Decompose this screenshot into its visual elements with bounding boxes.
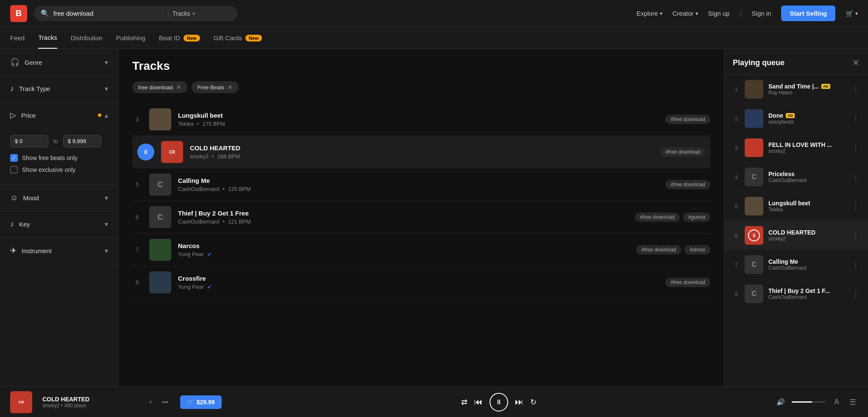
buy-button[interactable]: 🛒 $29.99 (180, 395, 222, 409)
queue-item-more-button[interactable]: ⋮ (852, 114, 860, 123)
cart-icon: 🛒 (846, 10, 854, 17)
show-free-checkbox[interactable]: ✓ (10, 154, 18, 162)
queue-item-thumbnail[interactable] (745, 80, 763, 99)
nav-beat-id[interactable]: Beat ID New (159, 28, 200, 48)
track-tag-shore[interactable]: #shore (684, 245, 710, 254)
queue-item-more-button[interactable]: ⋮ (852, 202, 860, 211)
player-thumbnail: CR (10, 391, 32, 413)
track-thumbnail[interactable]: CR (161, 141, 183, 163)
track-tag[interactable]: #free download (660, 147, 705, 157)
queue-item-thumbnail[interactable]: C (745, 284, 763, 303)
queue-item-number: 1 (733, 86, 740, 93)
queue-item-number: 4 (733, 174, 740, 180)
track-tag[interactable]: #free download (665, 115, 710, 124)
queue-item-more-button[interactable]: ⋮ (852, 289, 860, 298)
shuffle-button[interactable]: ⇄ (461, 398, 467, 407)
queue-close-button[interactable]: ✕ (852, 58, 860, 68)
queue-item-name: COLD HEARTED (768, 229, 847, 236)
pause-button[interactable]: ⏸ (137, 144, 154, 160)
queue-item-thumbnail[interactable]: C (745, 168, 763, 186)
queue-item-thumbnail[interactable] (745, 138, 763, 157)
queue-item-thumbnail[interactable] (745, 197, 763, 215)
price-min-input[interactable] (10, 135, 48, 147)
playing-queue: Playing queue ✕ 1 Sand and Time |... AD … (724, 49, 868, 387)
signin-button[interactable]: Sign in (752, 10, 771, 17)
queue-item-name: Calling Me (768, 258, 847, 265)
track-meta: CashOutBernard • 125 BPM (178, 186, 659, 192)
previous-button[interactable]: ⏮ (474, 397, 483, 407)
nav-publishing[interactable]: Publishing (116, 28, 145, 48)
nav-tracks-label: Tracks (38, 34, 57, 41)
list-item: 8 C Thief | Buy 2 Get 1 F... CashOutBern… (724, 279, 868, 309)
nav-tracks[interactable]: Tracks (38, 27, 57, 49)
sidebar-section-genre: 🎧 Genre ▾ (0, 49, 118, 76)
nav-gift-cards[interactable]: Gift Cards New (214, 28, 262, 48)
player-track-name: COLD HEARTED (42, 396, 136, 403)
price-section: to ✓ Show free beats only Show exclusive… (0, 128, 118, 185)
show-exclusive-checkbox[interactable] (10, 166, 18, 174)
search-input[interactable] (53, 10, 164, 17)
queue-item-more-button[interactable]: ⋮ (852, 231, 860, 240)
repeat-button[interactable]: ↻ (530, 398, 537, 407)
track-tag-free[interactable]: #free download (635, 213, 680, 222)
track-number: 7 (132, 246, 142, 253)
ad-badge: AD (786, 113, 795, 118)
track-tag-gunna[interactable]: #gunna (683, 213, 710, 222)
cart-button[interactable]: 🛒 ▾ (846, 10, 858, 17)
track-info: Narcos Yung Pear ✔ (178, 242, 629, 257)
track-meta: Yung Pear ✔ (178, 284, 659, 290)
queue-item-thumbnail[interactable] (745, 109, 763, 128)
more-options-button[interactable]: ••• (160, 397, 170, 407)
queue-item-more-button[interactable]: ⋮ (852, 172, 860, 182)
sidebar-genre-header[interactable]: 🎧 Genre ▾ (0, 49, 118, 75)
track-thumbnail[interactable]: C (149, 206, 171, 228)
add-to-list-button[interactable]: ＋ (146, 397, 155, 408)
track-thumbnail[interactable] (149, 271, 171, 293)
queue-pause-button[interactable]: ⏸ (748, 229, 760, 241)
sidebar-price-header[interactable]: ▷ Price ▴ (0, 102, 118, 128)
track-thumbnail[interactable] (149, 239, 171, 261)
buy-price: $29.99 (197, 399, 215, 406)
signup-button[interactable]: Sign up (708, 10, 730, 17)
play-pause-button[interactable]: ⏸ (490, 393, 508, 411)
header-nav: Explore ▾ Creator ▾ Sign up | Sign in St… (637, 6, 858, 21)
sidebar-track-type-header[interactable]: ♪ Track Type ▾ (0, 76, 118, 102)
sidebar-mood-header[interactable]: ☺ Mood ▾ (0, 185, 118, 211)
key-chevron-icon: ▾ (105, 220, 108, 228)
explore-nav[interactable]: Explore ▾ (637, 10, 662, 17)
nav-feed[interactable]: Feed (10, 28, 25, 48)
next-button[interactable]: ⏭ (515, 397, 523, 407)
track-number: 8 (132, 279, 142, 286)
text-size-button[interactable]: A (832, 396, 841, 408)
sidebar-key-header[interactable]: ♪ Key ▾ (0, 211, 118, 237)
key-icon: ♪ (10, 220, 14, 229)
creator-nav[interactable]: Creator ▾ (673, 10, 698, 17)
track-tag-free[interactable]: #free download (636, 245, 681, 254)
price-max-input[interactable] (63, 135, 101, 147)
track-tag[interactable]: #free download (665, 180, 710, 189)
queue-item-thumbnail[interactable]: C (745, 255, 763, 274)
filter-free-beats-remove[interactable]: ✕ (228, 84, 233, 91)
track-thumbnail[interactable]: C (149, 174, 171, 196)
queue-item-thumbnail[interactable]: ⏸ (745, 226, 763, 245)
creator-label: Creator (673, 10, 694, 17)
track-tag[interactable]: #free download (665, 278, 710, 287)
track-thumbnail[interactable] (149, 108, 171, 130)
filter-free-download-remove[interactable]: ✕ (176, 84, 181, 91)
genre-chevron-icon: ▾ (105, 58, 108, 66)
queue-item-more-button[interactable]: ⋮ (852, 85, 860, 94)
sidebar-section-mood: ☺ Mood ▾ (0, 185, 118, 211)
instrument-chevron-icon: ▾ (105, 247, 108, 255)
queue-item-more-button[interactable]: ⋮ (852, 260, 860, 269)
nav-distribution[interactable]: Distribution (71, 28, 103, 48)
track-tags: #free download (665, 278, 710, 287)
price-to-label: to (53, 138, 58, 144)
volume-bar[interactable] (792, 401, 826, 403)
list-item: 1 Sand and Time |... AD Ray Heem ⋮ (724, 75, 868, 104)
queue-toggle-button[interactable]: ☰ (848, 396, 858, 409)
pause-icon: ⏸ (751, 232, 757, 238)
start-selling-button[interactable]: Start Selling (781, 6, 835, 21)
queue-item-more-button[interactable]: ⋮ (852, 143, 860, 152)
sidebar-instrument-header[interactable]: ✈ Instrument ▾ (0, 237, 118, 264)
search-type-selector[interactable]: Tracks ▾ (172, 10, 195, 17)
